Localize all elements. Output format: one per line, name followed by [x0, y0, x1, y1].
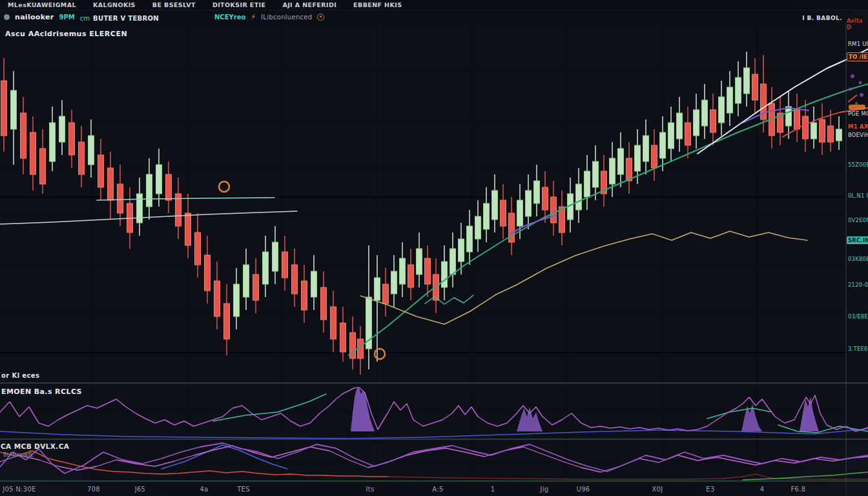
time-label-3: 4a [200, 486, 208, 493]
time-label-8: Jig [541, 486, 549, 493]
indicator1-pane [0, 388, 868, 439]
menu-item-0[interactable]: MLesKUAWEIGMAL [8, 1, 76, 8]
symbol-toolbar: nailooker 9PM cm BUTER V TEBRON NCEYreo … [0, 10, 846, 24]
time-label-2: J65 [135, 486, 146, 493]
time-axis[interactable]: J05 N:30E708J654aTESItsA:51JigU96X0JE34F… [0, 481, 868, 496]
current-price-label: SRC.INE [847, 236, 868, 244]
menu-item-1[interactable]: KALGNOKIS [93, 1, 136, 8]
time-label-0: J05 N:30E [3, 486, 36, 493]
time-label-6: A:5 [432, 486, 443, 493]
price-label-7: 0V2E0N [848, 217, 868, 223]
time-label-1: 708 [87, 486, 100, 493]
price-label-0: RM1 U0I [848, 41, 868, 47]
indicator2-sub-label: BtAlcnowfL [3, 452, 34, 458]
zap-icon[interactable]: ⚡ [251, 14, 256, 21]
time-label-5: Its [366, 486, 375, 493]
price-label-4: 8OEVih [848, 132, 868, 138]
target-icon[interactable] [317, 14, 324, 21]
trading-platform-window: MLesKUAWEIGMALKALGNOKISBE BSESLVTDITOKSI… [0, 0, 868, 496]
account-label: I B. BABOL. [802, 15, 842, 21]
indicator-chip[interactable]: NCEYreo [214, 14, 245, 21]
exchange-prefix: cm [80, 15, 90, 22]
indicator1-pane-label[interactable]: EMOEN Ba.s RCLCS [1, 388, 82, 396]
price-label-3: M1 AXW [848, 123, 868, 130]
menu-item-5[interactable]: EBBENF HKIS [353, 1, 402, 8]
price-label-11: 03/E8E [848, 313, 868, 320]
chart-canvas[interactable] [0, 0, 868, 496]
price-label-9: 03K80E [848, 256, 868, 262]
time-label-11: E3 [706, 486, 714, 493]
time-label-12: 4 [760, 486, 765, 493]
price-label-12: 3.TEE6Z [848, 346, 868, 352]
time-label-10: X0J [652, 486, 663, 493]
timeframe-selector[interactable]: 9PM [59, 14, 75, 21]
confluence-label: ILibconluenced [261, 14, 312, 21]
symbol-name[interactable]: nailooker [15, 13, 54, 21]
main-chart-legend[interactable]: Ascu AAcldrisemus ELERCEN [5, 30, 127, 38]
price-label-2: PGE MC [848, 110, 868, 117]
price-axis[interactable]: RM1 U0ITO /IEPGE MCM1 AXW8OEVih55Z00EP0L… [846, 23, 868, 496]
menu-item-3[interactable]: DITOKSIR ETIE [212, 1, 266, 8]
price-label-5: 55Z00EP [848, 161, 868, 168]
menu-bar: MLesKUAWEIGMALKALGNOKISBE BSESLVTDITOKSI… [0, 0, 868, 10]
menu-item-4[interactable]: AJI A NEFERIDI [282, 1, 336, 8]
app-logo-icon [4, 14, 10, 20]
price-label-10: 2120-0E [848, 282, 868, 288]
time-label-9: U96 [577, 486, 590, 493]
candlestick-series [1, 52, 842, 375]
price-label-1: TO /IE [847, 52, 868, 61]
time-label-4: TES [237, 486, 250, 493]
menu-item-2[interactable]: BE BSESLVT [152, 1, 196, 8]
exchange-name: BUTER V TEBRON [93, 15, 159, 22]
time-label-7: 1 [491, 486, 495, 493]
time-label-13: F6.8 [791, 486, 806, 493]
price-label-6: 0L.N1 IT [848, 192, 868, 199]
indicator2-pane-label[interactable]: CA MCB DVLX.CA [1, 442, 69, 450]
strip-pane-label[interactable]: or Kl eces [1, 372, 39, 379]
grid-lines [0, 23, 846, 481]
